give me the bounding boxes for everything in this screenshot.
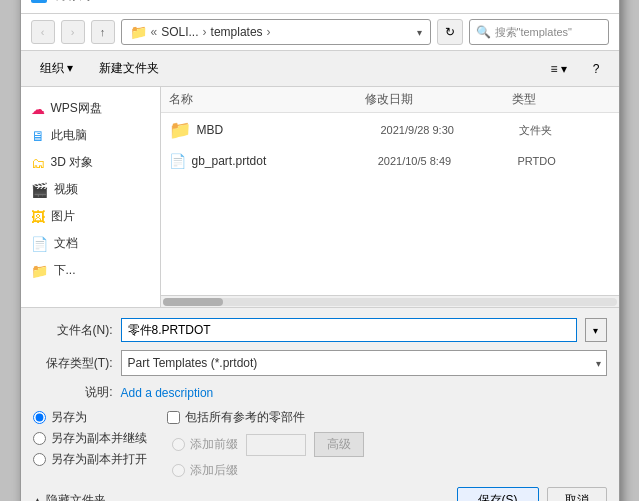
close-button[interactable]: ✕: [585, 0, 609, 5]
chevron-up-icon: ▲: [33, 495, 43, 501]
filename-row: 文件名(N): ▾: [33, 318, 607, 342]
suffix-row: 添加后缀: [172, 462, 607, 479]
description-link[interactable]: Add a description: [121, 386, 214, 400]
file-type-gbpart: PRTDO: [517, 155, 610, 167]
right-options: 包括所有参考的零部件 添加前缀 高级 添加后缀: [167, 409, 607, 479]
sidebar-item-more[interactable]: 📁 下...: [21, 257, 160, 284]
search-icon: 🔍: [476, 25, 491, 39]
sidebar-item-wps-label: WPS网盘: [51, 100, 102, 117]
radio-save-copy-open-label: 另存为副本并打开: [51, 451, 147, 468]
sidebar-item-videos-label: 视频: [54, 181, 78, 198]
video-icon: 🎬: [31, 182, 48, 198]
sidebar-item-videos[interactable]: 🎬 视频: [21, 176, 160, 203]
forward-button[interactable]: ›: [61, 20, 85, 44]
new-folder-button[interactable]: 新建文件夹: [90, 56, 168, 81]
description-row: 说明: Add a description: [33, 384, 607, 401]
sidebar-item-more-label: 下...: [54, 262, 76, 279]
sidebar: ☁ WPS网盘 🖥 此电脑 🗂 3D 对象 🎬 视频 🖼 图片 📄 文档: [21, 87, 161, 307]
sidebar-item-wps[interactable]: ☁ WPS网盘: [21, 95, 160, 122]
3d-icon: 🗂: [31, 155, 45, 171]
add-suffix-label: 添加后缀: [190, 462, 238, 479]
scrollbar-track: [163, 298, 617, 306]
file-date-mbd: 2021/9/28 9:30: [381, 124, 519, 136]
radio-save-copy-continue-label: 另存为副本并继续: [51, 430, 147, 447]
radio-save-as-label: 另存为: [51, 409, 87, 426]
sidebar-item-pictures-label: 图片: [51, 208, 75, 225]
col-header-type: 类型: [512, 91, 610, 108]
file-list-header: 名称 修改日期 类型: [161, 87, 619, 113]
filetype-label: 保存类型(T):: [33, 355, 113, 372]
radio-add-suffix: 添加后缀: [172, 462, 238, 479]
sidebar-item-pc-label: 此电脑: [51, 127, 87, 144]
file-name-mbd: MBD: [197, 123, 381, 137]
file-item-mbd[interactable]: 📁 MBD 2021/9/28 9:30 文件夹: [161, 113, 619, 147]
file-date-gbpart: 2021/10/5 8:49: [378, 155, 518, 167]
col-header-date: 修改日期: [365, 91, 512, 108]
search-placeholder-text: 搜索"templates": [495, 25, 573, 40]
advanced-button[interactable]: 高级: [314, 432, 364, 457]
bottom-area: 文件名(N): ▾ 保存类型(T): Part Templates (*.prt…: [21, 307, 619, 501]
filetype-select-wrapper: Part Templates (*.prtdot) ▾: [121, 350, 607, 376]
refresh-button[interactable]: ↻: [437, 19, 463, 45]
save-button[interactable]: 保存(S): [457, 487, 539, 501]
dialog-icon: 另: [31, 0, 47, 3]
file-name-gbpart: gb_part.prtdot: [192, 154, 378, 168]
prefix-suffix-area: 添加前缀 高级 添加后缀: [172, 432, 607, 479]
organize-button[interactable]: 组织 ▾: [31, 56, 82, 81]
help-button[interactable]: ?: [584, 58, 609, 80]
breadcrumb-part1: SOLI...: [161, 25, 198, 39]
file-list-area: 名称 修改日期 类型 📁 MBD 2021/9/28 9:30 文件夹 📄 gb…: [161, 87, 619, 307]
filetype-select[interactable]: Part Templates (*.prtdot): [121, 350, 607, 376]
filename-input[interactable]: [121, 318, 577, 342]
save-as-dialog: 另 另存为 ✕ ‹ › ↑ 📁 « SOLI... › templates › …: [20, 0, 620, 501]
title-bar: 另 另存为 ✕: [21, 0, 619, 14]
save-mode-options: 另存为 另存为副本并继续 另存为副本并打开: [33, 409, 147, 479]
folder-icon: 📁: [130, 24, 147, 40]
picture-icon: 🖼: [31, 209, 45, 225]
dialog-title: 另存为: [55, 0, 577, 4]
navigation-bar: ‹ › ↑ 📁 « SOLI... › templates › ▾ ↻ 🔍 搜索…: [21, 14, 619, 51]
action-row: ▲ 隐藏文件夹 保存(S) 取消: [33, 487, 607, 501]
up-button[interactable]: ↑: [91, 20, 115, 44]
folder-mbd-icon: 📁: [169, 119, 191, 141]
document-icon: 📄: [31, 236, 48, 252]
file-gbpart-icon: 📄: [169, 153, 186, 169]
scrollbar-thumb[interactable]: [163, 298, 223, 306]
sidebar-item-documents[interactable]: 📄 文档: [21, 230, 160, 257]
sidebar-item-3d[interactable]: 🗂 3D 对象: [21, 149, 160, 176]
file-type-mbd: 文件夹: [519, 123, 611, 138]
hide-files-toggle[interactable]: ▲ 隐藏文件夹: [33, 492, 107, 501]
include-refs-checkbox[interactable]: 包括所有参考的零部件: [167, 409, 607, 426]
prefix-input[interactable]: [246, 434, 306, 456]
breadcrumb-part2: templates: [211, 25, 263, 39]
radio-add-prefix: 添加前缀: [172, 436, 238, 453]
toolbar: 组织 ▾ 新建文件夹 ≡ ▾ ?: [21, 51, 619, 87]
horizontal-scrollbar[interactable]: [161, 295, 619, 307]
file-item-gbpart[interactable]: 📄 gb_part.prtdot 2021/10/5 8:49 PRTDO: [161, 147, 619, 175]
include-refs-label: 包括所有参考的零部件: [185, 409, 305, 426]
sidebar-item-3d-label: 3D 对象: [51, 154, 94, 171]
col-header-name: 名称: [169, 91, 365, 108]
wps-icon: ☁: [31, 101, 45, 117]
options-area: 另存为 另存为副本并继续 另存为副本并打开 包括所有参考的零部件: [33, 409, 607, 479]
view-button[interactable]: ≡ ▾: [541, 58, 575, 80]
cancel-button[interactable]: 取消: [547, 487, 607, 501]
main-area: ☁ WPS网盘 🖥 此电脑 🗂 3D 对象 🎬 视频 🖼 图片 📄 文档: [21, 87, 619, 307]
prefix-row: 添加前缀 高级: [172, 432, 607, 457]
filename-dropdown-button[interactable]: ▾: [585, 318, 607, 342]
sidebar-item-this-pc[interactable]: 🖥 此电脑: [21, 122, 160, 149]
sidebar-item-documents-label: 文档: [54, 235, 78, 252]
search-bar[interactable]: 🔍 搜索"templates": [469, 19, 609, 45]
breadcrumb-dropdown-arrow[interactable]: ▾: [417, 27, 422, 38]
breadcrumb[interactable]: 📁 « SOLI... › templates › ▾: [121, 19, 431, 45]
description-label: 说明:: [33, 384, 113, 401]
sidebar-item-pictures[interactable]: 🖼 图片: [21, 203, 160, 230]
hide-files-label: 隐藏文件夹: [46, 492, 106, 501]
file-list: 📁 MBD 2021/9/28 9:30 文件夹 📄 gb_part.prtdo…: [161, 113, 619, 295]
radio-save-copy-open[interactable]: 另存为副本并打开: [33, 451, 147, 468]
pc-icon: 🖥: [31, 128, 45, 144]
filetype-row: 保存类型(T): Part Templates (*.prtdot) ▾: [33, 350, 607, 376]
back-button[interactable]: ‹: [31, 20, 55, 44]
radio-save-copy-continue[interactable]: 另存为副本并继续: [33, 430, 147, 447]
radio-save-as[interactable]: 另存为: [33, 409, 147, 426]
